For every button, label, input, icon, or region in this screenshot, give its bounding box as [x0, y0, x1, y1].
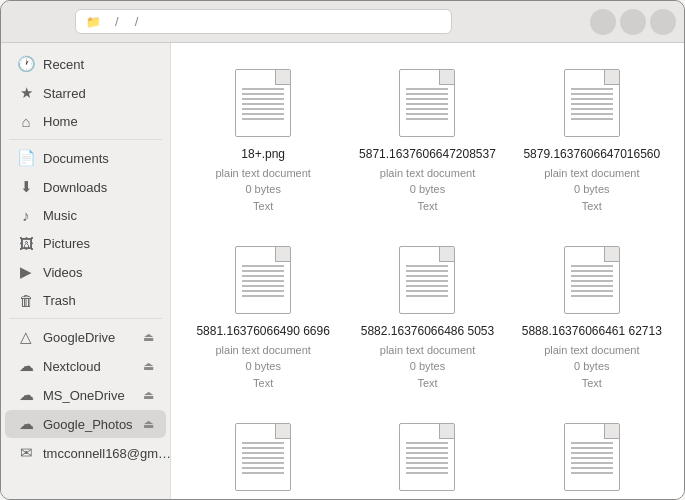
- file-icon: [231, 69, 295, 141]
- file-item[interactable]: 6020.163760668856plain text document0 by…: [516, 413, 668, 500]
- titlebar-actions: [460, 8, 584, 36]
- sidebar-icon-trash: 🗑: [17, 292, 35, 309]
- sidebar-item-documents[interactable]: 📄Documents: [5, 144, 166, 172]
- nav-buttons: [9, 8, 67, 36]
- breadcrumb-sep-1: /: [115, 14, 119, 29]
- sidebar-label-googlephotos: Google_Photos: [43, 417, 135, 432]
- sidebar-label-trash: Trash: [43, 293, 154, 308]
- window-controls: [590, 9, 676, 35]
- file-icon: [560, 69, 624, 141]
- sidebar-label-downloads: Downloads: [43, 180, 154, 195]
- sidebar-item-googledrive[interactable]: △GoogleDrive⏏: [5, 323, 166, 351]
- minimize-button[interactable]: [590, 9, 616, 35]
- sidebar-label-nextcloud: Nextcloud: [43, 359, 135, 374]
- sidebar-label-pictures: Pictures: [43, 236, 154, 251]
- sidebar-icon-recent: 🕐: [17, 55, 35, 73]
- sidebar-label-starred: Starred: [43, 86, 154, 101]
- file-meta: plain text document0 bytesText: [215, 342, 310, 392]
- maximize-button[interactable]: [620, 9, 646, 35]
- sidebar-eject-googlephotos[interactable]: ⏏: [143, 417, 154, 431]
- file-name: 5888.16376066461 62713: [522, 324, 662, 340]
- sidebar-item-nextcloud[interactable]: ☁Nextcloud⏏: [5, 352, 166, 380]
- sidebar-icon-documents: 📄: [17, 149, 35, 167]
- file-item[interactable]: 5881.16376066490 6696plain text document…: [187, 236, 339, 401]
- main-layout: 🕐Recent★Starred⌂Home📄Documents⬇Downloads…: [1, 43, 684, 500]
- sidebar-icon-music: ♪: [17, 207, 35, 224]
- sidebar-icon-email: ✉: [17, 444, 35, 462]
- file-icon: [395, 423, 459, 495]
- folder-icon: 📁: [86, 15, 101, 29]
- sidebar-label-music: Music: [43, 208, 154, 223]
- file-icon: [395, 69, 459, 141]
- file-item[interactable]: 18+.pngplain text document0 bytesText: [187, 59, 339, 224]
- file-name: 5871.1637606647208537: [359, 147, 496, 163]
- sidebar-item-music[interactable]: ♪Music: [5, 202, 166, 229]
- file-item[interactable]: 5879.1637606647016560plain text document…: [516, 59, 668, 224]
- sidebar-item-trash[interactable]: 🗑Trash: [5, 287, 166, 314]
- file-item[interactable]: 5882.16376066486 5053plain text document…: [351, 236, 503, 401]
- sidebar-item-downloads[interactable]: ⬇Downloads: [5, 173, 166, 201]
- sidebar-item-recent[interactable]: 🕐Recent: [5, 50, 166, 78]
- sidebar-icon-googlephotos: ☁: [17, 415, 35, 433]
- file-name: 5881.16376066490 6696: [196, 324, 329, 340]
- sidebar-icon-nextcloud: ☁: [17, 357, 35, 375]
- sidebar-item-videos[interactable]: ▶Videos: [5, 258, 166, 286]
- file-icon: [395, 246, 459, 318]
- back-button[interactable]: [9, 8, 37, 36]
- sidebar-label-home: Home: [43, 114, 154, 129]
- sidebar-icon-videos: ▶: [17, 263, 35, 281]
- search-button[interactable]: [492, 8, 520, 36]
- file-meta: plain text document0 bytesText: [380, 342, 475, 392]
- file-content: 18+.pngplain text document0 bytesText587…: [171, 43, 684, 500]
- sidebar-item-email[interactable]: ✉tmcconnell168@gm…: [5, 439, 166, 467]
- sidebar-icon-downloads: ⬇: [17, 178, 35, 196]
- sidebar-item-home[interactable]: ⌂Home: [5, 108, 166, 135]
- sidebar-label-googledrive: GoogleDrive: [43, 330, 135, 345]
- sidebar-eject-googledrive[interactable]: ⏏: [143, 330, 154, 344]
- breadcrumb-sep-2: /: [135, 14, 139, 29]
- file-meta: plain text document0 bytesText: [544, 342, 639, 392]
- file-icon: [231, 423, 295, 495]
- forward-button[interactable]: [39, 8, 67, 36]
- file-item[interactable]: 5888.16376066461 62713plain text documen…: [516, 236, 668, 401]
- view-grid-button[interactable]: [524, 8, 552, 36]
- sidebar-divider: [9, 139, 162, 140]
- sidebar-item-googlephotos[interactable]: ☁Google_Photos⏏: [5, 410, 166, 438]
- file-icon: [560, 423, 624, 495]
- sidebar-divider: [9, 318, 162, 319]
- sidebar-label-documents: Documents: [43, 151, 154, 166]
- sidebar-label-msonedrive: MS_OneDrive: [43, 388, 135, 403]
- file-item[interactable]: 5941.163760666730plain text document0 by…: [187, 413, 339, 500]
- file-meta: plain text document0 bytesText: [215, 165, 310, 215]
- sidebar-label-recent: Recent: [43, 57, 154, 72]
- sidebar-icon-msonedrive: ☁: [17, 386, 35, 404]
- close-button[interactable]: [650, 9, 676, 35]
- file-grid: 18+.pngplain text document0 bytesText587…: [187, 59, 668, 500]
- sidebar-eject-nextcloud[interactable]: ⏏: [143, 359, 154, 373]
- sidebar: 🕐Recent★Starred⌂Home📄Documents⬇Downloads…: [1, 43, 171, 500]
- sidebar-icon-home: ⌂: [17, 113, 35, 130]
- view-list-button[interactable]: [556, 8, 584, 36]
- file-item[interactable]: 5871.1637606647208537plain text document…: [351, 59, 503, 224]
- file-icon: [231, 246, 295, 318]
- file-name: 18+.png: [241, 147, 285, 163]
- titlebar: 📁 / /: [1, 1, 684, 43]
- file-meta: plain text document0 bytesText: [380, 165, 475, 215]
- sidebar-icon-starred: ★: [17, 84, 35, 102]
- address-bar[interactable]: 📁 / /: [75, 9, 452, 34]
- file-meta: plain text document0 bytesText: [544, 165, 639, 215]
- sidebar-item-msonedrive[interactable]: ☁MS_OneDrive⏏: [5, 381, 166, 409]
- sidebar-item-starred[interactable]: ★Starred: [5, 79, 166, 107]
- file-item[interactable]: 5943.163760666730plain text document0 by…: [351, 413, 503, 500]
- sidebar-eject-msonedrive[interactable]: ⏏: [143, 388, 154, 402]
- sidebar-item-pictures[interactable]: 🖼Pictures: [5, 230, 166, 257]
- menu-button[interactable]: [460, 8, 488, 36]
- file-name: 5879.1637606647016560: [523, 147, 660, 163]
- sidebar-label-videos: Videos: [43, 265, 154, 280]
- sidebar-icon-googledrive: △: [17, 328, 35, 346]
- sidebar-icon-pictures: 🖼: [17, 235, 35, 252]
- file-icon: [560, 246, 624, 318]
- file-name: 5882.16376066486 5053: [361, 324, 494, 340]
- sidebar-label-email: tmcconnell168@gm…: [43, 446, 171, 461]
